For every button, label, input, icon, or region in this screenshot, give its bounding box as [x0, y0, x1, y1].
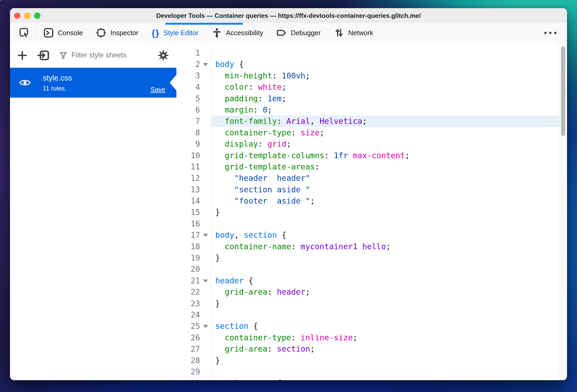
code-line[interactable]: 5 padding: 1em; — [176, 93, 567, 104]
code-token: ; — [305, 287, 310, 296]
code-line[interactable]: 10 grid-template-columns: 1fr max-conten… — [176, 150, 567, 161]
visibility-eye-icon[interactable] — [19, 77, 31, 89]
code-line[interactable]: 4 color: white; — [176, 81, 567, 93]
code-token: 1em — [267, 94, 282, 103]
tab-console[interactable]: Console — [37, 23, 89, 43]
code-token: Helvetica — [319, 116, 362, 126]
code-token: grid-area — [215, 344, 267, 353]
editor-scrollbar-thumb[interactable] — [561, 46, 565, 136]
code-token: : — [258, 94, 267, 103]
code-line[interactable]: 17body, section { — [176, 229, 567, 241]
code-token: : — [291, 128, 301, 137]
line-number: 23 — [176, 298, 200, 309]
options-button[interactable] — [158, 50, 169, 61]
tab-style-editor[interactable]: {} Style Editor — [145, 23, 205, 43]
title-bar: Developer Tools — Container queries — ht… — [10, 8, 567, 23]
code-token: body — [215, 230, 234, 240]
code-token: ; — [305, 71, 310, 80]
code-line[interactable]: 23} — [176, 298, 567, 309]
code-line[interactable]: 12 "header header" — [176, 172, 567, 184]
code-line[interactable]: 16 — [176, 218, 567, 229]
debugger-icon — [276, 28, 287, 38]
code-line[interactable]: 14 "footer aside "; — [176, 195, 567, 206]
line-number: 27 — [176, 343, 200, 354]
code-text: body, section { — [215, 229, 286, 241]
code-token: "footer aside " — [215, 196, 310, 205]
code-line[interactable]: 1 — [176, 47, 567, 59]
code-token: 1fr — [334, 151, 348, 160]
code-token: : — [248, 82, 258, 92]
code-line[interactable]: 13 "section aside " — [176, 184, 567, 195]
code-text: } — [215, 298, 220, 309]
filter-style-sheets-input[interactable] — [71, 51, 151, 60]
code-token: container-type — [215, 333, 291, 342]
source-editor[interactable]: 12body {3 min-height: 100vh;4 color: whi… — [176, 43, 567, 380]
code-text: margin: 0; — [215, 104, 272, 115]
code-text: "section aside " — [215, 184, 310, 195]
code-line[interactable]: 11 grid-template-areas: — [176, 161, 567, 172]
line-number: 5 — [176, 93, 200, 104]
code-token: : — [291, 242, 301, 251]
code-line[interactable]: 26 container-type: inline-size; — [176, 332, 567, 343]
stylesheet-sidebar: style.css 11 rules. Save — [10, 43, 177, 380]
code-text: header { — [215, 275, 253, 286]
code-line[interactable]: 21header { — [176, 275, 567, 286]
toolbox-tab-bar: Console Inspector {} Style Editor — [10, 23, 567, 43]
import-stylesheet-button[interactable] — [37, 49, 50, 62]
new-stylesheet-button[interactable] — [17, 50, 28, 61]
code-text: } — [215, 206, 220, 218]
code-line[interactable]: 18 container-name: mycontainer1 hello; — [176, 241, 567, 252]
stylesheet-rule-count: 11 rules. — [43, 84, 66, 92]
node-picker-button[interactable] — [19, 27, 30, 39]
code-text: color: white; — [215, 81, 286, 93]
code-line[interactable]: 7 font-family: Arial, Helvetica; — [176, 115, 567, 127]
line-number: 30 — [176, 377, 200, 380]
tab-label: Console — [58, 29, 83, 37]
line-number: 18 — [176, 241, 200, 252]
gear-icon — [158, 50, 169, 61]
fold-toggle-icon[interactable] — [203, 63, 208, 66]
code-token: 0 — [263, 105, 267, 114]
tab-network[interactable]: Network — [327, 23, 380, 43]
line-number: 3 — [176, 70, 200, 81]
code-token: span — [253, 378, 272, 380]
braces-icon: {} — [151, 28, 159, 38]
code-line[interactable]: 24 — [176, 309, 567, 320]
code-token: ; — [310, 344, 315, 353]
network-icon — [334, 28, 344, 38]
code-line[interactable]: 20 — [176, 263, 567, 275]
tab-inspector[interactable]: Inspector — [89, 23, 145, 43]
code-token: grid-template-columns — [215, 151, 324, 160]
editor-scrollbar-track[interactable] — [559, 43, 567, 380]
code-line[interactable]: 30section span { — [176, 377, 567, 380]
code-token — [348, 151, 353, 160]
code-line[interactable]: 8 container-type: size; — [176, 127, 567, 138]
code-line[interactable]: 15} — [176, 206, 567, 218]
code-text: section span { — [215, 377, 282, 380]
fold-toggle-icon[interactable] — [203, 234, 208, 237]
code-line[interactable]: 3 min-height: 100vh; — [176, 70, 567, 81]
code-line[interactable]: 9 display: grid; — [176, 138, 567, 150]
tab-debugger[interactable]: Debugger — [270, 23, 327, 43]
line-number: 8 — [176, 127, 200, 138]
code-line[interactable]: 27 grid-area: section; — [176, 343, 567, 354]
code-text: section { — [215, 320, 258, 332]
code-line[interactable]: 25section { — [176, 320, 567, 332]
code-line[interactable]: 28} — [176, 355, 567, 366]
fold-toggle-icon[interactable] — [203, 279, 208, 283]
code-token: ; — [405, 151, 410, 160]
save-link[interactable]: Save — [150, 86, 165, 93]
line-number: 11 — [176, 161, 200, 172]
code-token: mycontainer1 — [301, 242, 358, 251]
code-line[interactable]: 2body { — [176, 59, 567, 70]
code-token: section — [277, 344, 310, 353]
code-token: grid-template-areas — [215, 162, 315, 171]
fold-toggle-icon[interactable] — [203, 325, 208, 328]
code-line[interactable]: 29 — [176, 366, 567, 377]
tab-accessibility[interactable]: Accessibility — [205, 23, 270, 43]
code-line[interactable]: 6 margin: 0; — [176, 104, 567, 115]
code-line[interactable]: 19} — [176, 252, 567, 263]
code-line[interactable]: 22 grid-area: header; — [176, 286, 567, 298]
stylesheet-item-style-css[interactable]: style.css 11 rules. Save — [10, 68, 176, 98]
meatball-menu-button[interactable] — [542, 30, 559, 36]
